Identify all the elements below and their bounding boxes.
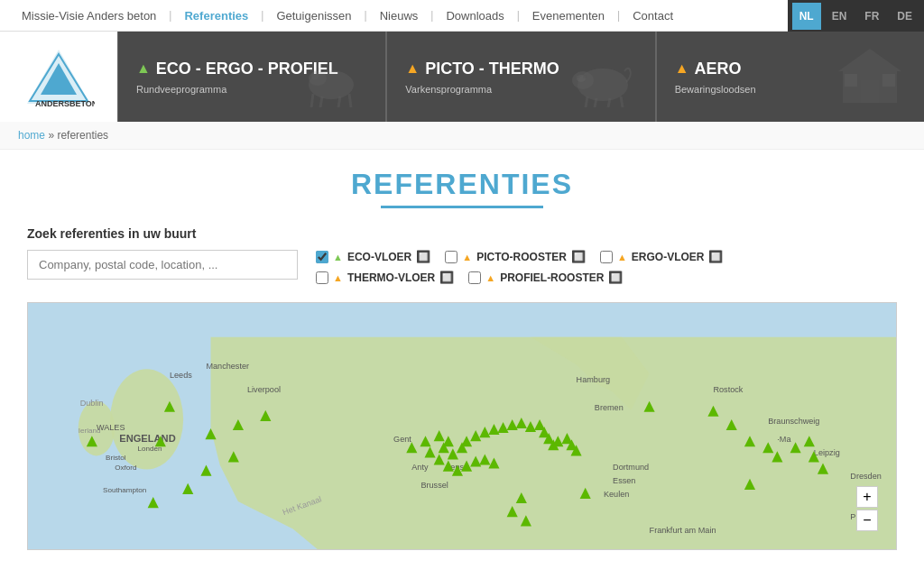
svg-text:Oxford: Oxford — [115, 464, 136, 472]
nav-item-getuigenissen[interactable]: Getuigenissen — [263, 2, 364, 30]
hero-col-aero-content: ▲ AERO Bewaringsloodsen — [675, 60, 756, 95]
checkbox-profiel-rooster-input[interactable] — [468, 271, 481, 284]
checkbox-profiel-rooster[interactable]: ▲ PROFIEL-ROOSTER 🔲 — [468, 271, 623, 284]
profiel-rooster-label: PROFIEL-ROOSTER — [500, 271, 604, 284]
svg-text:Essen: Essen — [613, 476, 635, 485]
logo-svg: ANDERSBETON — [23, 45, 95, 108]
svg-text:Leeds: Leeds — [170, 371, 192, 380]
svg-text:Brussel: Brussel — [420, 481, 448, 490]
search-row: ▲ ECO-VLOER 🔲 ▲ PICTO-ROOSTER 🔲 ▲ — [27, 250, 897, 284]
svg-text:Dublin: Dublin — [80, 399, 104, 408]
ergo-vloer-triangle: ▲ — [617, 252, 627, 262]
ergo-vloer-icon: 🔲 — [708, 250, 723, 263]
nav-item-downloads[interactable]: Downloads — [433, 2, 516, 30]
nav-item-referenties[interactable]: Referenties — [171, 2, 261, 30]
checkbox-picto-rooster-input[interactable] — [445, 251, 457, 263]
svg-text:Dortmund: Dortmund — [613, 463, 649, 472]
checkbox-ergo-vloer-input[interactable] — [600, 251, 613, 263]
hero-section: ANDERSBETON ▲ ECO - ERGO - PROFIEL Rundv… — [0, 32, 924, 122]
svg-line-9 — [349, 94, 351, 107]
thermo-vloer-label: THERMO-VLOER — [347, 271, 435, 284]
breadcrumb-separator: » — [48, 129, 57, 142]
profiel-rooster-icon: 🔲 — [608, 271, 623, 284]
svg-text:Hamburg: Hamburg — [577, 375, 610, 384]
hero-col-picto[interactable]: ▲ PICTO - THERMO Varkensprogramma — [386, 32, 655, 122]
checkbox-thermo-vloer-input[interactable] — [316, 271, 328, 284]
svg-text:Frankfurt am Main: Frankfurt am Main — [650, 526, 716, 535]
svg-text:Manchester: Manchester — [206, 362, 249, 371]
svg-point-10 — [311, 71, 319, 80]
map-zoom-out[interactable]: − — [856, 510, 878, 531]
svg-text:Anty: Anty — [411, 463, 429, 472]
svg-line-12 — [319, 64, 321, 71]
title-underline — [381, 206, 543, 208]
nav-item-contact[interactable]: Contact — [620, 2, 686, 30]
svg-text:Ierland: Ierland — [79, 427, 101, 435]
pig-icon — [565, 44, 637, 110]
svg-line-8 — [338, 96, 340, 107]
svg-text:Keulen: Keulen — [604, 490, 629, 499]
svg-line-19 — [621, 96, 623, 107]
svg-point-20 — [576, 75, 579, 78]
picto-triangle-icon: ▲ — [405, 60, 420, 77]
breadcrumb-home-link[interactable]: home — [18, 129, 45, 142]
barn-icon — [834, 44, 906, 110]
nav-links: Missie-Visie Anders beton | Referenties … — [9, 2, 915, 30]
map-zoom-in[interactable]: + — [856, 486, 878, 508]
checkbox-eco-vloer[interactable]: ▲ ECO-VLOER 🔲 — [316, 250, 430, 263]
lang-de[interactable]: DE — [890, 3, 919, 30]
logo-container[interactable]: ANDERSBETON — [0, 32, 117, 122]
svg-line-6 — [311, 94, 313, 107]
eco-triangle-icon: ▲ — [136, 60, 151, 77]
search-input[interactable] — [27, 250, 298, 280]
eco-vloer-icon: 🔲 — [416, 250, 430, 263]
hero-col-picto-content: ▲ PICTO - THERMO Varkensprogramma — [405, 60, 559, 95]
main-content: REFERENTIES Zoek referenties in uw buurt… — [0, 150, 924, 568]
breadcrumb-current: referenties — [57, 129, 108, 142]
nav-item-nieuws[interactable]: Nieuws — [367, 2, 431, 30]
picto-rooster-triangle: ▲ — [462, 252, 472, 262]
breadcrumb: home » referenties — [0, 122, 924, 150]
thermo-vloer-icon: 🔲 — [439, 271, 454, 284]
checkbox-thermo-vloer[interactable]: ▲ THERMO-VLOER 🔲 — [316, 271, 454, 284]
svg-text:ANDERSBETON: ANDERSBETON — [35, 99, 95, 108]
map-svg: ENGELAND WALES Bristol Southampton Oxfor… — [28, 303, 896, 549]
svg-text:ENGELAND: ENGELAND — [119, 433, 175, 444]
svg-text:Gent: Gent — [393, 435, 411, 444]
nav-item-evenementen[interactable]: Evenementen — [520, 2, 617, 30]
checkbox-eco-vloer-input[interactable] — [316, 251, 328, 263]
lang-nl[interactable]: NL — [792, 3, 821, 30]
svg-rect-24 — [861, 80, 879, 103]
nav-item-missie[interactable]: Missie-Visie Anders beton — [9, 2, 169, 30]
map-container[interactable]: ENGELAND WALES Bristol Southampton Oxfor… — [27, 302, 897, 550]
svg-text:Dresden: Dresden — [850, 472, 881, 481]
search-label: Zoek referenties in uw buurt — [27, 226, 897, 241]
lang-fr[interactable]: FR — [857, 3, 886, 30]
svg-text:Rostock: Rostock — [713, 385, 743, 394]
checkbox-ergo-vloer[interactable]: ▲ ERGO-VLOER 🔲 — [600, 250, 724, 263]
eco-vloer-triangle: ▲ — [333, 252, 343, 262]
checkbox-row-2: ▲ THERMO-VLOER 🔲 ▲ PROFIEL-ROOSTER 🔲 — [316, 271, 723, 284]
thermo-vloer-triangle: ▲ — [333, 272, 343, 283]
hero-col-picto-title: ▲ PICTO - THERMO — [405, 60, 559, 78]
hero-col-aero[interactable]: ▲ AERO Bewaringsloodsen — [656, 32, 924, 122]
lang-en[interactable]: EN — [825, 3, 855, 30]
svg-text:Liverpool: Liverpool — [247, 385, 281, 394]
svg-text:Braunschweig: Braunschweig — [768, 417, 819, 426]
svg-line-16 — [586, 96, 587, 107]
svg-text:Bremen: Bremen — [595, 403, 624, 412]
picto-rooster-icon: 🔲 — [571, 250, 586, 263]
hero-col-aero-subtitle: Bewaringsloodsen — [675, 84, 756, 95]
ergo-vloer-label: ERGO-VLOER — [632, 251, 705, 263]
language-switcher: NL EN FR DE — [788, 0, 924, 32]
aero-triangle-icon: ▲ — [675, 60, 689, 77]
hero-col-eco[interactable]: ▲ ECO - ERGO - PROFIEL Rundveeprogramma — [117, 32, 386, 122]
svg-marker-22 — [838, 49, 901, 71]
search-section: Zoek referenties in uw buurt ▲ ECO-VLOER… — [27, 226, 897, 284]
svg-line-17 — [595, 98, 596, 107]
svg-line-11 — [309, 64, 311, 71]
map-controls: + − — [856, 486, 878, 531]
top-navigation: Missie-Visie Anders beton | Referenties … — [0, 0, 924, 32]
checkbox-picto-rooster[interactable]: ▲ PICTO-ROOSTER 🔲 — [445, 250, 586, 263]
svg-text:WALES: WALES — [97, 423, 125, 432]
